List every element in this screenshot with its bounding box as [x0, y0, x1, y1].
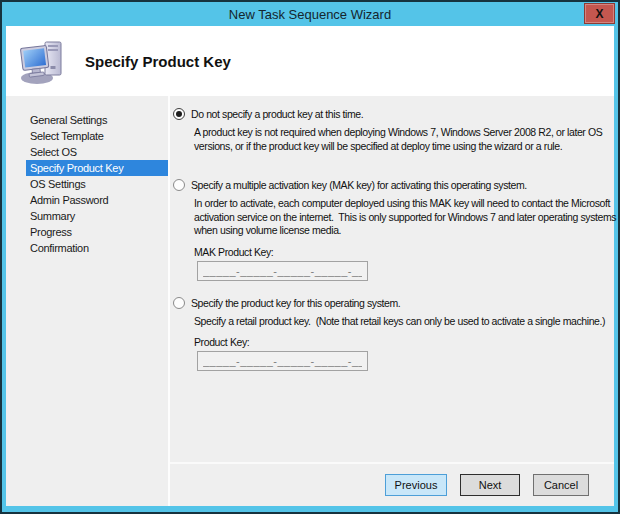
- option-description: A product key is not required when deplo…: [194, 126, 620, 153]
- option-description: Specify a retail product key. (Note that…: [194, 315, 620, 329]
- mak-product-key-label: MAK Product Key:: [194, 246, 614, 258]
- sidebar-item-os-settings[interactable]: OS Settings: [26, 176, 168, 192]
- product-key-label: Product Key:: [194, 336, 614, 348]
- product-key-input[interactable]: [197, 351, 368, 371]
- window-frame: Specify Product Key General Settings Sel…: [6, 26, 614, 506]
- next-button[interactable]: Next: [460, 474, 520, 496]
- sidebar-item-specify-product-key[interactable]: Specify Product Key: [26, 160, 168, 176]
- option-label: Specify a multiple activation key (MAK k…: [191, 179, 527, 191]
- wizard-steps-sidebar: General Settings Select Template Select …: [6, 96, 168, 506]
- sidebar-item-confirmation[interactable]: Confirmation: [26, 240, 168, 256]
- option-retail-key: Specify the product key for this operati…: [173, 295, 614, 372]
- sidebar-item-admin-password[interactable]: Admin Password: [26, 192, 168, 208]
- window-title: New Task Sequence Wizard: [229, 7, 391, 22]
- radio-retail-key[interactable]: [173, 297, 185, 309]
- wizard-footer: Previous Next Cancel: [170, 462, 614, 506]
- cancel-button[interactable]: Cancel: [533, 474, 589, 496]
- sidebar-item-select-template[interactable]: Select Template: [26, 128, 168, 144]
- sidebar-item-general-settings[interactable]: General Settings: [26, 112, 168, 128]
- radio-no-product-key[interactable]: [173, 108, 185, 120]
- previous-button[interactable]: Previous: [385, 474, 447, 496]
- sidebar-item-progress[interactable]: Progress: [26, 224, 168, 240]
- mak-product-key-input[interactable]: [197, 261, 368, 281]
- wizard-body: General Settings Select Template Select …: [6, 96, 614, 506]
- page-title: Specify Product Key: [85, 53, 231, 70]
- option-label: Specify the product key for this operati…: [191, 297, 400, 309]
- radio-mak-key[interactable]: [173, 179, 185, 191]
- option-description: In order to activate, each computer depl…: [194, 197, 620, 238]
- close-icon[interactable]: X: [584, 3, 615, 24]
- wizard-header: Specify Product Key: [6, 26, 614, 96]
- content-column: Do not specify a product key at this tim…: [170, 96, 614, 506]
- sidebar-item-select-os[interactable]: Select OS: [26, 144, 168, 160]
- option-label: Do not specify a product key at this tim…: [191, 108, 363, 120]
- product-key-options: Do not specify a product key at this tim…: [170, 96, 614, 462]
- option-no-product-key: Do not specify a product key at this tim…: [173, 106, 614, 153]
- option-mak-key: Specify a multiple activation key (MAK k…: [173, 177, 614, 281]
- title-bar: New Task Sequence Wizard X: [6, 2, 614, 26]
- sidebar-item-summary[interactable]: Summary: [26, 208, 168, 224]
- computer-icon: [19, 37, 65, 85]
- wizard-window: New Task Sequence Wizard X: [0, 0, 620, 514]
